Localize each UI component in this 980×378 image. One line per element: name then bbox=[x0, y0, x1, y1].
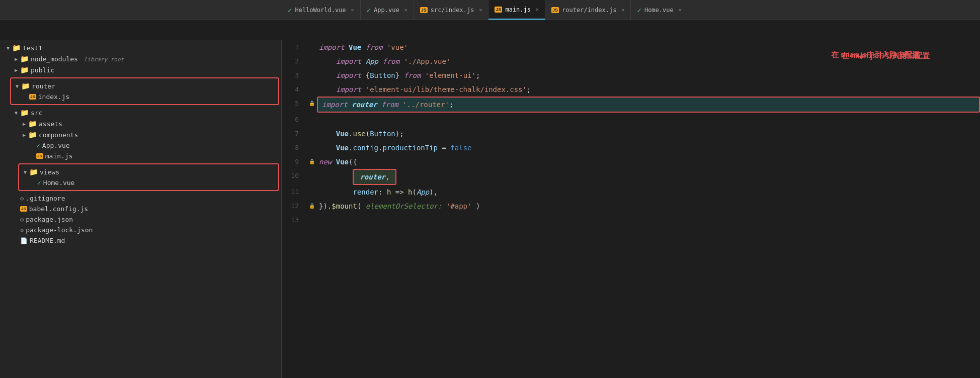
tabs-bar: ✓ HelloWorld.vue ✕ ✓ App.vue ✕ JS src/in… bbox=[0, 0, 980, 20]
line-number: 4 bbox=[282, 82, 307, 97]
close-icon[interactable]: ✕ bbox=[621, 7, 624, 13]
line-content: import router from '../router'; bbox=[317, 97, 980, 113]
line-gutter: 🔒 bbox=[307, 155, 317, 169]
expand-arrow: ▼ bbox=[12, 110, 20, 116]
folder-icon: 📁 bbox=[28, 131, 37, 139]
sidebar-label: index.js bbox=[38, 93, 70, 101]
line-content: import {Button} from 'element-ui'; bbox=[317, 68, 980, 82]
sidebar-item-babelconfig[interactable]: JS babel.config.js bbox=[0, 204, 281, 214]
sidebar-item-gitignore[interactable]: ⚙ .gitignore bbox=[0, 193, 281, 204]
expand-arrow: ▶ bbox=[20, 121, 28, 127]
tab-label: router/index.js bbox=[562, 7, 616, 14]
tab-mainjs[interactable]: JS main.js ✕ bbox=[488, 0, 545, 20]
sidebar-item-homevue[interactable]: ✓ Home.vue bbox=[19, 177, 278, 188]
folder-icon: 📁 bbox=[28, 120, 37, 128]
line-content: render: h => h(App), bbox=[317, 185, 980, 199]
code-line-12: 12 🔒 }).$mount( elementOrSelector: '#app… bbox=[282, 199, 980, 213]
sidebar-item-appvue[interactable]: ✓ App.vue bbox=[0, 140, 281, 151]
sidebar-item-components[interactable]: ▶ 📁 components bbox=[0, 129, 281, 140]
views-highlight-box: ▼ 📁 views ✓ Home.vue 创建页面 bbox=[18, 163, 279, 191]
line-gutter: 🔒 bbox=[307, 97, 317, 111]
code-line-11: 11 render: h => h(App), bbox=[282, 185, 980, 199]
vue-file-icon: ✓ bbox=[36, 142, 40, 149]
tab-label: main.js bbox=[505, 6, 531, 13]
code-line-10: 10 router, bbox=[282, 169, 980, 185]
line-number: 9 bbox=[282, 155, 307, 169]
sidebar-item-packagelockjson[interactable]: ⚙ package-lock.json bbox=[0, 225, 281, 235]
code-editor[interactable]: 在 mian.js中引入路由配置 1 import Vue from 'vue'… bbox=[282, 40, 980, 378]
line-gutter: 🔒 bbox=[307, 199, 317, 213]
folder-icon: 📁 bbox=[21, 82, 30, 90]
expand-arrow: ▶ bbox=[20, 132, 28, 138]
line-number: 1 bbox=[282, 40, 307, 54]
sidebar-item-packagejson[interactable]: ⚙ package.json bbox=[0, 214, 281, 225]
sidebar-item-readme[interactable]: 📄 README.md bbox=[0, 235, 281, 246]
code-line-13: 13 bbox=[282, 213, 980, 227]
code-line-7: 7 Vue.use(Button); bbox=[282, 127, 980, 141]
close-icon[interactable]: ✕ bbox=[404, 7, 407, 13]
sidebar-item-src[interactable]: ▼ 📁 src bbox=[0, 107, 281, 118]
line-number: 6 bbox=[282, 113, 307, 127]
folder-icon: 📁 bbox=[29, 168, 38, 176]
close-icon[interactable]: ✕ bbox=[679, 7, 682, 13]
router-highlight-box: ▼ 📁 router JS index.js 创建 router/mian.js bbox=[10, 77, 279, 105]
sidebar-label: test1 bbox=[23, 44, 42, 52]
line-number: 11 bbox=[282, 185, 307, 199]
sidebar-item-router[interactable]: ▼ 📁 router bbox=[11, 80, 278, 91]
sidebar-item-public[interactable]: ▶ 📁 public bbox=[0, 64, 281, 75]
sidebar-label: components bbox=[39, 131, 78, 139]
sidebar-item-nodemodules[interactable]: ▶ 📁 node_modules library root bbox=[0, 53, 281, 64]
tab-label: App.vue bbox=[374, 7, 399, 14]
sidebar-item-views[interactable]: ▼ 📁 views bbox=[19, 166, 278, 177]
line-content: router, bbox=[317, 169, 980, 185]
line-content: Vue.use(Button); bbox=[317, 127, 980, 141]
expand-arrow: ▶ bbox=[12, 56, 20, 62]
line-number: 13 bbox=[282, 213, 307, 227]
tab-appvue[interactable]: ✓ App.vue ✕ bbox=[361, 0, 414, 20]
close-icon[interactable]: ✕ bbox=[351, 7, 354, 13]
js-file-icon: JS bbox=[20, 206, 27, 212]
sidebar-label: node_modules library root bbox=[31, 55, 124, 63]
tab-homevue[interactable]: ✓ Home.vue ✕ bbox=[631, 0, 688, 20]
close-icon[interactable]: ✕ bbox=[536, 7, 539, 12]
line-content: import 'element-ui/lib/theme-chalk/index… bbox=[317, 82, 980, 97]
line-number: 8 bbox=[282, 141, 307, 155]
line-number: 2 bbox=[282, 54, 307, 68]
sidebar-item-assets[interactable]: ▶ 📁 assets bbox=[0, 118, 281, 129]
code-annotation: 在 mian.js中引入路由配置 bbox=[831, 50, 920, 60]
tab-srcindexjs[interactable]: JS src/index.js ✕ bbox=[414, 0, 489, 20]
code-line-4: 4 import 'element-ui/lib/theme-chalk/ind… bbox=[282, 82, 980, 97]
sidebar-label: package.json bbox=[26, 216, 73, 223]
tab-label: src/index.js bbox=[431, 7, 474, 14]
line-number: 10 bbox=[282, 169, 307, 183]
line-number: 3 bbox=[282, 68, 307, 82]
js-file-icon: JS bbox=[36, 153, 43, 159]
sidebar-label: babel.config.js bbox=[29, 205, 88, 213]
expand-arrow: ▼ bbox=[4, 45, 12, 51]
sidebar-item-routerindexjs[interactable]: JS index.js bbox=[11, 91, 278, 102]
folder-icon: 📁 bbox=[20, 55, 29, 63]
top-bar: ☰ 项目 ▾ ⊕ ≡ ⇌ ⚙ — ✓ HelloWorld.vue ✕ ✓ Ap… bbox=[0, 0, 980, 20]
main-content: ▼ 📁 test1 ▶ 📁 node_modules library root … bbox=[0, 40, 980, 378]
js-icon: JS bbox=[551, 7, 559, 13]
line-number: 7 bbox=[282, 127, 307, 141]
line-number: 5 bbox=[282, 97, 307, 111]
vue-icon: ✓ bbox=[637, 6, 641, 14]
js-file-icon: JS bbox=[29, 94, 36, 100]
sidebar-item-test1[interactable]: ▼ 📁 test1 bbox=[0, 42, 281, 53]
sidebar-label: views bbox=[40, 168, 59, 176]
tab-routerindexjs[interactable]: JS router/index.js ✕ bbox=[545, 0, 631, 20]
folder-icon: 📁 bbox=[20, 66, 29, 74]
vue-file-icon: ✓ bbox=[37, 179, 41, 186]
vue-icon: ✓ bbox=[367, 6, 371, 14]
line-number: 12 bbox=[282, 199, 307, 213]
code-line-3: 3 import {Button} from 'element-ui'; bbox=[282, 68, 980, 82]
generic-file-icon: 📄 bbox=[20, 237, 28, 244]
close-icon[interactable]: ✕ bbox=[479, 7, 482, 13]
folder-icon: 📁 bbox=[12, 44, 21, 52]
sidebar-item-mainjs[interactable]: JS main.js bbox=[0, 151, 281, 161]
js-icon: JS bbox=[420, 7, 428, 13]
tab-helloworld[interactable]: ✓ HelloWorld.vue ✕ bbox=[282, 0, 361, 20]
code-area: 在 mian.js中引入路由配置 1 import Vue from 'vue'… bbox=[282, 40, 980, 378]
generic-file-icon: ⚙ bbox=[20, 216, 24, 223]
